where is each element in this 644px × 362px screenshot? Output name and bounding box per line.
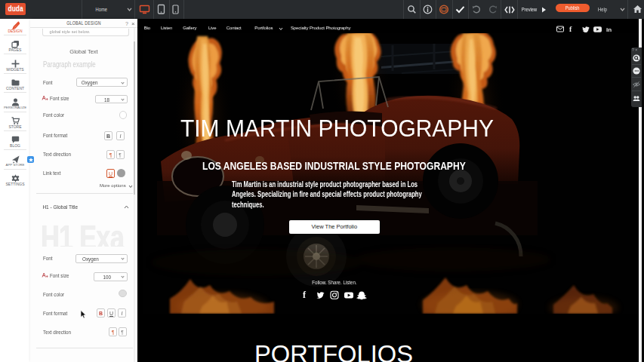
svg-text:in: in [606,26,612,32]
svg-text:f: f [569,26,572,32]
svg-text:f: f [303,290,307,300]
